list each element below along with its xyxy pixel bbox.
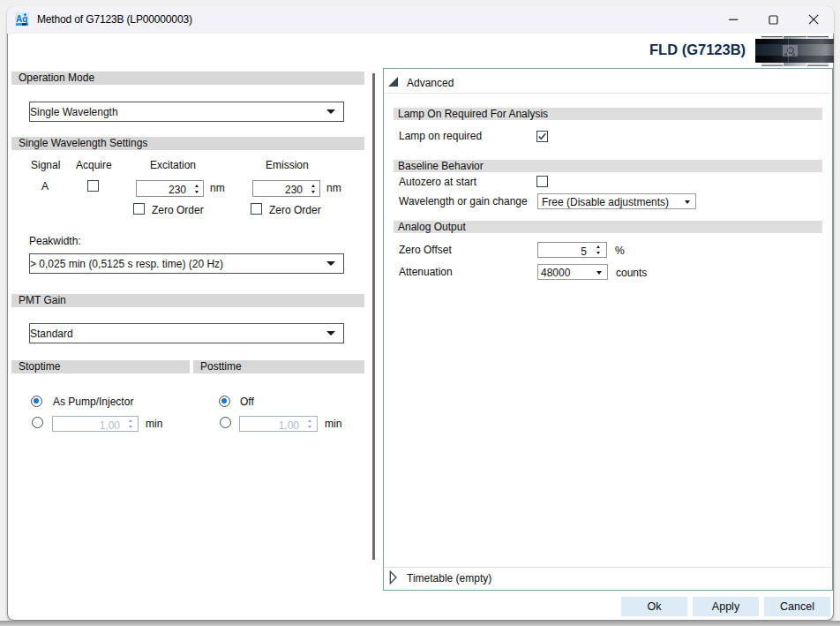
svg-text:Aq: Aq: [16, 14, 27, 24]
